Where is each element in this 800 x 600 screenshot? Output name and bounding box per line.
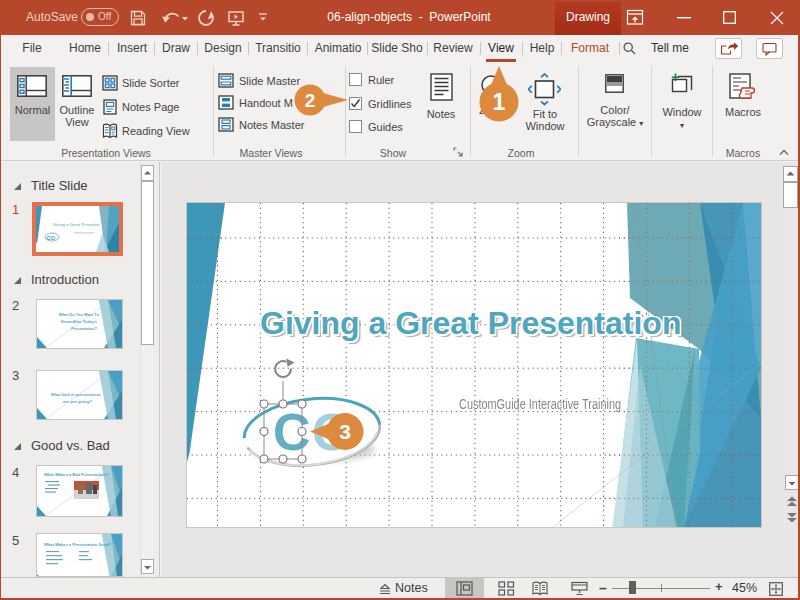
svg-text:What Do You Want To: What Do You Want To xyxy=(59,312,99,317)
svg-text:Giving a Great Presentat: Giving a Great Presentat xyxy=(53,222,100,227)
svg-text:CG: CG xyxy=(47,235,56,241)
svg-text:What Makes a Presentation Good: What Makes a Presentation Good? xyxy=(44,542,112,547)
svg-text:What Makes a Bad Presentation?: What Makes a Bad Presentation? xyxy=(44,472,109,477)
svg-text:3: 3 xyxy=(339,420,351,443)
svg-text:What kind of presentations: What kind of presentations xyxy=(51,392,101,397)
svg-text:Know After Today's: Know After Today's xyxy=(61,319,97,324)
svg-text:Presentation?: Presentation? xyxy=(71,326,98,331)
svg-text:are you giving?: are you giving? xyxy=(63,399,92,404)
